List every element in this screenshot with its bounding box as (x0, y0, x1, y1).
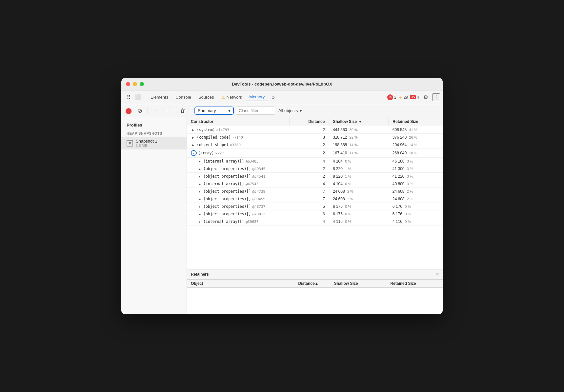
header-distance[interactable]: Distance (289, 117, 329, 126)
table-row[interactable]: ▶ (internal array)[] @63485 4 4 104 0 % … (187, 158, 443, 165)
constructor-name: (object properties)[] (203, 189, 251, 194)
expand-arrow[interactable]: ▶ (197, 189, 202, 194)
record-btn[interactable]: ⬤ (124, 106, 133, 115)
sort-icon: ▼ (358, 120, 362, 124)
tab-elements[interactable]: Elements (147, 93, 171, 101)
minimize-button[interactable] (133, 82, 137, 86)
warning-badge: ⚠ 29 (398, 95, 408, 100)
retained-pct: 3 % (407, 159, 413, 163)
snapshot-info: Snapshot 1 1.5 MB (136, 139, 157, 147)
main-content: Constructor Distance Shallow Size ▼ Reta… (187, 117, 443, 314)
retained-cell: 6 176 0 % (389, 203, 443, 210)
distance-cell: 3 (289, 134, 329, 141)
table-row[interactable]: ▶ (object shape) ×3389 2 198 388 14 % 20… (187, 141, 443, 149)
retained-pct: 0 % (405, 205, 411, 208)
window-title: DevTools - codepen.io/web-dot-dev/live/P… (232, 82, 332, 87)
load-btn[interactable]: ↑ (151, 106, 160, 115)
table-row[interactable]: ▶ (object properties)[] @64541 2 8 220 1… (187, 173, 443, 180)
all-objects-label: All objects (278, 108, 298, 113)
expand-arrow[interactable]: ▾ (191, 150, 197, 156)
table-row[interactable]: ▶ (internal array)[] @39637 4 4 116 0 % … (187, 218, 443, 225)
expand-arrow[interactable]: ▶ (197, 219, 202, 224)
expand-arrow[interactable]: ▶ (197, 212, 202, 216)
table-row[interactable]: ▶ (object properties)[] @54739 7 24 608 … (187, 188, 443, 195)
inspector-icon-btn[interactable]: ⠿ (124, 93, 133, 102)
retained-pct: 3 % (407, 174, 413, 178)
shallow-cell: 8 220 1 % (329, 165, 389, 173)
close-button[interactable] (126, 82, 130, 86)
maximize-button[interactable] (140, 82, 144, 86)
settings-btn[interactable]: ⚙ (421, 93, 430, 102)
more-options-btn[interactable]: ⋮ (432, 93, 440, 101)
snapshot-size: 1.5 MB (136, 144, 157, 147)
tab-network[interactable]: ⚠ Network (218, 93, 246, 101)
table-row[interactable]: ▶ (object properties)[] @49345 2 8 220 1… (187, 165, 443, 173)
header-retained[interactable]: Retained Size (389, 117, 443, 126)
retainers-table-header: Object Distance▲ Shallow Size Retained S… (187, 280, 443, 288)
shallow-cell: 198 388 14 % (329, 141, 389, 149)
shallow-cell: 6 176 0 % (329, 210, 389, 218)
retainer-header-distance[interactable]: Distance▲ (294, 280, 330, 288)
heap-table-container[interactable]: Constructor Distance Shallow Size ▼ Reta… (187, 117, 443, 269)
table-row[interactable]: ▶ (system) ×14793 2 444 560 30 % 608 548… (187, 126, 443, 134)
table-row[interactable]: ▶ (object properties)[] @48737 5 6 176 0… (187, 203, 443, 210)
retainers-section: Retainers ≡ Object Distance▲ Shallow Siz… (187, 269, 443, 314)
tab-console[interactable]: Console (172, 93, 194, 101)
distance-cell: 4 (289, 180, 329, 188)
constructor-cell: ▶ (object properties)[] @48737 (187, 203, 289, 210)
retainer-empty-row (187, 288, 443, 314)
expand-arrow[interactable]: ▶ (191, 127, 195, 132)
retainers-table: Object Distance▲ Shallow Size Retained S… (187, 280, 443, 314)
constructor-name: (internal array)[] (203, 182, 244, 186)
save-btn[interactable]: ↓ (162, 106, 171, 115)
clear-btn[interactable]: ⊘ (135, 106, 144, 115)
retained-pct: 2 % (407, 197, 413, 201)
retainer-header-object[interactable]: Object (187, 280, 294, 288)
table-row[interactable]: ▶ (compiled code) ×7140 3 318 712 22 % 3… (187, 134, 443, 141)
shallow-pct: 0 % (345, 205, 351, 208)
all-objects-dropdown[interactable]: All objects ▾ (278, 108, 302, 113)
expand-arrow[interactable]: ▶ (197, 167, 202, 171)
collect-garbage-btn[interactable]: 🗑 (178, 106, 188, 115)
constructor-name: (object shape) (197, 143, 229, 147)
retained-value: 24 608 (393, 189, 405, 194)
header-constructor[interactable]: Constructor (187, 117, 289, 126)
retainers-menu-icon[interactable]: ≡ (436, 271, 439, 277)
shallow-cell: 24 608 2 % (329, 195, 389, 203)
expand-arrow[interactable]: ▶ (197, 174, 202, 179)
shallow-pct: 30 % (350, 128, 358, 132)
retained-pct: 18 % (409, 151, 417, 155)
traffic-lights (126, 82, 144, 86)
retainer-header-retained[interactable]: Retained Size (386, 280, 443, 288)
table-row[interactable]: ▶ (object properties)[] @73013 6 6 176 0… (187, 210, 443, 218)
constructor-cell: ▶ (compiled code) ×7140 (187, 134, 289, 141)
device-mode-btn[interactable]: ⬜ (134, 93, 143, 102)
expand-arrow[interactable]: ▶ (191, 135, 195, 140)
expand-arrow[interactable]: ▶ (197, 197, 202, 201)
shallow-cell: 167 416 11 % (329, 149, 389, 158)
retained-value: 608 548 (393, 127, 407, 132)
shallow-cell: 8 220 1 % (329, 173, 389, 180)
more-tabs-btn[interactable]: » (269, 93, 278, 102)
shallow-cell: 4 116 0 % (329, 218, 389, 225)
class-filter-input[interactable] (236, 107, 275, 115)
table-row[interactable]: ▶ (object properties)[] @69459 7 24 608 … (187, 195, 443, 203)
retained-cell: 376 240 26 % (389, 134, 443, 141)
retained-cell: 4 116 0 % (389, 218, 443, 225)
summary-dropdown[interactable]: Summary ▾ (194, 107, 234, 115)
table-row[interactable]: ▾ (array) ×227 2 167 416 11 % 268 840 18… (187, 149, 443, 158)
retained-value: 6 176 (393, 212, 402, 216)
table-row[interactable]: ▶ (internal array)[] @47543 4 4 104 0 % … (187, 180, 443, 188)
expand-arrow[interactable]: ▶ (197, 159, 202, 164)
tab-memory[interactable]: Memory (246, 93, 268, 101)
retained-cell: 6 176 0 % (389, 210, 443, 218)
header-shallow[interactable]: Shallow Size ▼ (329, 117, 389, 126)
js-error-count: 4 (417, 95, 419, 100)
expand-arrow[interactable]: ▶ (197, 204, 202, 209)
retainer-header-shallow[interactable]: Shallow Size (330, 280, 387, 288)
expand-arrow[interactable]: ▶ (197, 182, 202, 186)
retained-pct: 0 % (405, 212, 411, 216)
snapshot-item[interactable]: ⊞ Snapshot 1 1.5 MB (121, 137, 187, 149)
tab-sources[interactable]: Sources (195, 93, 217, 101)
expand-arrow[interactable]: ▶ (191, 143, 195, 147)
